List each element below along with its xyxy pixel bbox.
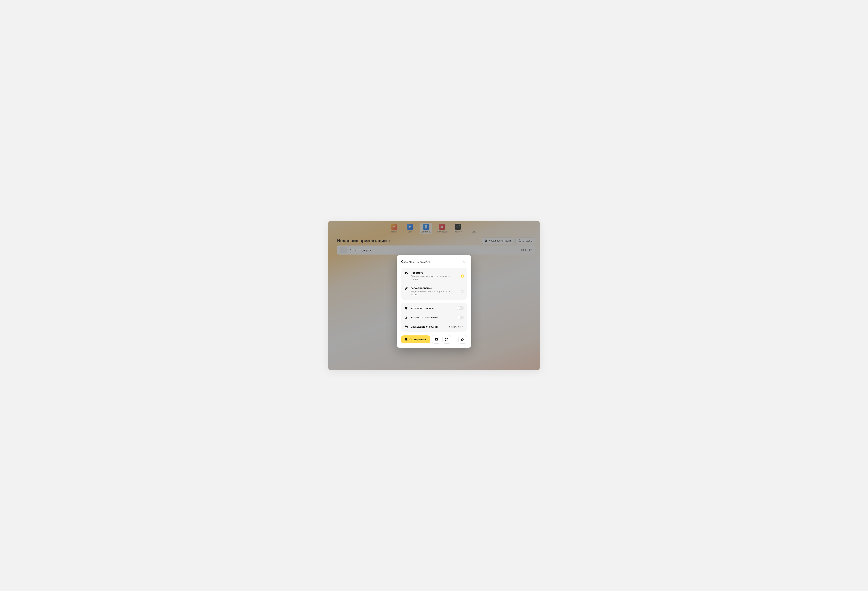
option-desc: Редактировать смогут все, у кого есть сс…	[410, 290, 456, 296]
svg-point-6	[406, 273, 407, 274]
svg-rect-12	[445, 338, 446, 339]
modal-footer: Скопировать	[401, 335, 467, 343]
download-icon	[404, 316, 408, 319]
svg-rect-15	[447, 340, 447, 340]
svg-rect-7	[405, 318, 407, 319]
svg-rect-14	[445, 340, 446, 341]
settings-panel: Установить пароль Запретить скачивание С…	[401, 303, 467, 332]
setting-nodownload: Запретить скачивание	[401, 313, 467, 322]
access-options-panel: Просмотр Просматривать смогут все, у ког…	[401, 268, 467, 300]
link-settings-button[interactable]	[459, 335, 467, 343]
link-icon	[461, 337, 465, 341]
close-button[interactable]: ✕	[462, 260, 467, 264]
copy-button[interactable]: Скопировать	[401, 335, 430, 343]
chevron-down-icon	[462, 325, 464, 328]
svg-rect-8	[405, 326, 407, 328]
option-title: Редактирование	[410, 287, 458, 290]
setting-label: Срок действия ссылки	[410, 325, 446, 328]
copy-icon	[404, 338, 408, 341]
nodownload-toggle[interactable]	[457, 315, 464, 319]
shield-icon	[404, 306, 408, 310]
setting-label: Установить пароль	[410, 307, 454, 310]
close-icon: ✕	[463, 260, 466, 264]
option-desc: Просматривать смогут все, у кого есть сс…	[410, 275, 456, 281]
pencil-icon	[404, 287, 408, 290]
qr-icon	[445, 337, 449, 341]
svg-rect-13	[447, 338, 448, 339]
expiry-select[interactable]: Бессрочно	[449, 325, 464, 328]
email-button[interactable]	[432, 335, 440, 343]
calendar-outline-icon	[404, 325, 408, 328]
expiry-value: Бессрочно	[449, 325, 461, 328]
share-link-modal: Ссылка на файл ✕ Просмотр Просматривать …	[397, 255, 471, 348]
qr-button[interactable]	[443, 335, 451, 343]
option-title: Просмотр	[410, 271, 458, 274]
button-label: Скопировать	[409, 338, 427, 341]
radio-view[interactable]	[461, 275, 464, 278]
setting-label: Запретить скачивание	[410, 316, 454, 319]
svg-rect-10	[405, 338, 407, 340]
mail-icon	[434, 338, 438, 341]
app-frame: Почта Диск Документы 15 Календарь Телемо…	[328, 221, 540, 370]
password-toggle[interactable]	[457, 306, 464, 310]
svg-rect-11	[435, 338, 438, 340]
option-edit[interactable]: Редактирование Редактировать смогут все,…	[401, 284, 467, 299]
modal-title: Ссылка на файл	[401, 260, 430, 264]
setting-password: Установить пароль	[401, 303, 467, 313]
radio-edit[interactable]	[461, 290, 464, 293]
option-view[interactable]: Просмотр Просматривать смогут все, у ког…	[401, 268, 467, 284]
svg-rect-18	[448, 340, 448, 341]
eye-icon	[404, 271, 408, 275]
setting-expiry: Срок действия ссылки Бессрочно	[401, 322, 467, 331]
svg-rect-17	[447, 340, 447, 341]
svg-rect-16	[448, 340, 448, 340]
